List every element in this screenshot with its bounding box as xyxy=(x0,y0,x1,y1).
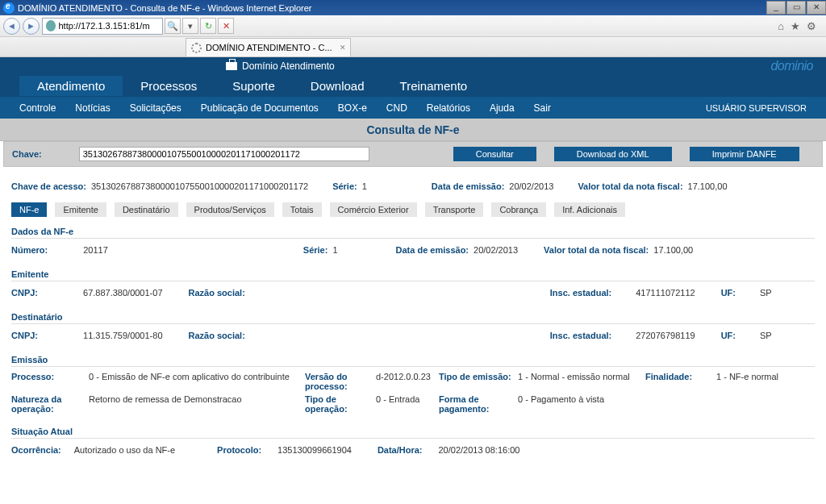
versao-value: d-2012.0.0.23 xyxy=(376,372,432,391)
minimize-button[interactable]: _ xyxy=(766,1,786,15)
dest-razao-label: Razão social: xyxy=(189,331,245,340)
close-button[interactable]: ✕ xyxy=(807,1,826,15)
favorites-icon[interactable]: ★ xyxy=(791,20,800,32)
app-title: Domínio Atendimento xyxy=(242,60,335,72)
tab-comercio-exterior[interactable]: Comércio Exterior xyxy=(330,202,417,217)
tab-nfe[interactable]: NF-e xyxy=(11,202,47,217)
subnav-noticias[interactable]: Notícias xyxy=(75,102,110,114)
subnav-relatorios[interactable]: Relatórios xyxy=(427,102,470,114)
tab-title: DOMÍNIO ATENDIMENTO - C... xyxy=(206,43,332,52)
subnav-sair[interactable]: Sair xyxy=(534,102,551,114)
back-button[interactable]: ◄ xyxy=(3,18,20,35)
subnav-cnd[interactable]: CND xyxy=(386,102,407,114)
section-tabs: NF-e Emitente Destinatário Produtos/Serv… xyxy=(3,202,823,217)
panel-emitente: Emitente CNPJ:67.887.380/0001-07 Razão s… xyxy=(3,264,823,307)
numero-value: 20117 xyxy=(83,245,108,255)
valor-total-value: 17.100,00 xyxy=(688,181,728,191)
tab-destinatario[interactable]: Destinatário xyxy=(115,202,178,217)
dest-uf-label: UF: xyxy=(721,331,736,340)
datahora-label: Data/Hora: xyxy=(378,445,423,455)
dest-cnpj-label: CNPJ: xyxy=(11,331,38,340)
protocolo-label: Protocolo: xyxy=(217,445,261,455)
natureza-label: Natureza da operação: xyxy=(11,394,82,414)
browser-tab[interactable]: DOMÍNIO ATENDIMENTO - C... xyxy=(186,38,351,56)
dados-data-label: Data de emissão: xyxy=(396,245,469,255)
chave-input[interactable] xyxy=(79,147,369,161)
summary-bar: Chave de acesso:351302678873800001075500… xyxy=(3,167,823,202)
home-icon[interactable]: ⌂ xyxy=(778,20,784,32)
main-nav: Atendimento Processos Suporte Download T… xyxy=(0,75,826,97)
dados-serie-value: 1 xyxy=(332,245,337,255)
finalidade-label: Finalidade: xyxy=(645,372,710,391)
emitente-head: Emitente xyxy=(11,269,815,281)
tab-totais[interactable]: Totais xyxy=(282,202,322,217)
download-xml-button[interactable]: Download do XML xyxy=(554,147,672,161)
tipo-emissao-value: 1 - Normal - emissão normal xyxy=(518,372,639,391)
subnav-publicacao[interactable]: Publicação de Documentos xyxy=(201,102,319,114)
dropdown-icon[interactable]: ▾ xyxy=(182,18,198,34)
ie-icon xyxy=(3,2,15,14)
tab-cobranca[interactable]: Cobrança xyxy=(491,202,546,217)
ocorrencia-label: Ocorrência: xyxy=(11,445,61,455)
panel-emissao: Emissão Processo: 0 - Emissão de NF-e co… xyxy=(3,350,823,422)
emit-cnpj-label: CNPJ: xyxy=(11,288,38,298)
panel-dados: Dados da NF-e Número:20117 Série:1 Data … xyxy=(3,222,823,264)
search-row: Chave: Consultar Download do XML Imprimi… xyxy=(3,141,823,167)
emit-insc-value: 417111072112 xyxy=(636,288,695,298)
dados-serie-label: Série: xyxy=(303,245,328,255)
emissao-head: Emissão xyxy=(11,355,815,367)
tab-emitente[interactable]: Emitente xyxy=(55,202,106,217)
nav-suporte[interactable]: Suporte xyxy=(215,79,293,93)
tab-produtos[interactable]: Produtos/Serviços xyxy=(186,202,274,217)
chave-acesso-value: 3513026788738000010755001000020117100020… xyxy=(91,181,308,191)
refresh-button[interactable]: ↻ xyxy=(200,18,216,34)
natureza-value: Retorno de remessa de Demonstracao xyxy=(89,394,298,414)
tipo-operacao-value: 0 - Entrada xyxy=(376,394,432,414)
serie-value: 1 xyxy=(362,181,367,191)
emit-cnpj-value: 67.887.380/0001-07 xyxy=(83,288,162,298)
versao-label: Versão do processo: xyxy=(305,372,369,391)
logo: dominio xyxy=(770,59,813,73)
nav-processos[interactable]: Processos xyxy=(123,79,215,93)
panel-situacao: Situação Atual Ocorrência:Autorizado o u… xyxy=(3,422,823,464)
subnav-controle[interactable]: Controle xyxy=(19,102,56,114)
dados-data-value: 20/02/2013 xyxy=(473,245,518,255)
forma-pagamento-label: Forma de pagamento: xyxy=(439,394,511,414)
chave-label: Chave: xyxy=(12,149,42,159)
tab-transporte[interactable]: Transporte xyxy=(425,202,484,217)
nav-atendimento[interactable]: Atendimento xyxy=(19,76,123,96)
forma-pagamento-value: 0 - Pagamento à vista xyxy=(518,394,639,414)
address-bar[interactable] xyxy=(42,18,163,35)
data-emissao-label: Data de emissão: xyxy=(432,181,504,191)
app-header: Domínio Atendimento dominio xyxy=(0,57,826,75)
window-title: DOMÍNIO ATENDIMENTO - Consulta de NF-e -… xyxy=(18,3,312,13)
nav-treinamento[interactable]: Treinamento xyxy=(382,79,486,93)
tab-strip: DOMÍNIO ATENDIMENTO - C... xyxy=(0,37,826,57)
sub-nav: Controle Notícias Solicitações Publicaçã… xyxy=(0,97,826,119)
tab-inf-adicionais[interactable]: Inf. Adicionais xyxy=(554,202,625,217)
url-input[interactable] xyxy=(58,21,159,31)
data-emissao-value: 20/02/2013 xyxy=(509,181,553,191)
processo-label: Processo: xyxy=(11,372,82,391)
finalidade-value: 1 - NF-e normal xyxy=(716,372,813,391)
stop-button[interactable]: ✕ xyxy=(218,18,234,34)
situacao-head: Situação Atual xyxy=(11,427,815,439)
search-dropdown-icon[interactable]: 🔍 xyxy=(165,18,181,34)
subnav-boxe[interactable]: BOX-e xyxy=(338,102,367,114)
datahora-value: 20/02/2013 08:16:00 xyxy=(439,445,520,455)
consultar-button[interactable]: Consultar xyxy=(453,147,536,161)
tools-icon[interactable]: ⚙ xyxy=(807,20,816,32)
maximize-button[interactable]: ▭ xyxy=(786,1,806,15)
dados-head: Dados da NF-e xyxy=(11,227,815,239)
chave-acesso-label: Chave de acesso: xyxy=(11,181,86,191)
emit-uf-label: UF: xyxy=(721,288,736,298)
dest-insc-value: 272076798119 xyxy=(636,331,695,340)
subnav-solicitacoes[interactable]: Solicitações xyxy=(130,102,181,114)
numero-label: Número: xyxy=(11,245,48,255)
subnav-ajuda[interactable]: Ajuda xyxy=(490,102,515,114)
dest-cnpj-value: 11.315.759/0001-80 xyxy=(83,331,162,340)
nav-download[interactable]: Download xyxy=(293,79,382,93)
forward-button[interactable]: ► xyxy=(23,18,40,35)
globe-icon xyxy=(46,20,56,31)
imprimir-danfe-button[interactable]: Imprimir DANFE xyxy=(690,147,799,161)
